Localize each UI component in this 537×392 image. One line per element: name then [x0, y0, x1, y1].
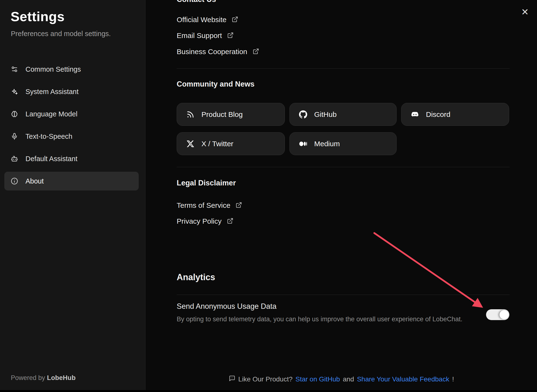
sparkles-icon	[11, 88, 18, 95]
sliders-icon	[11, 65, 18, 73]
medium-button[interactable]: Medium	[289, 132, 397, 155]
usage-data-label: Send Anonymous Usage Data	[177, 302, 276, 311]
close-button[interactable]: ✕	[518, 5, 532, 19]
feedback-icon	[229, 375, 235, 383]
discord-icon	[411, 110, 419, 119]
sidebar-item-label: Default Assistant	[25, 155, 77, 163]
close-icon: ✕	[521, 7, 529, 17]
external-link-icon	[236, 202, 242, 209]
page-subtitle: Preferences and model settings.	[11, 30, 111, 38]
divider	[177, 68, 510, 69]
external-link-icon	[227, 32, 234, 39]
rss-icon	[186, 110, 195, 119]
bot-icon	[11, 155, 18, 163]
github-icon	[299, 110, 307, 119]
mic-icon	[11, 133, 18, 140]
terms-of-service-link[interactable]: Terms of Service	[177, 200, 242, 211]
usage-data-toggle[interactable]	[486, 309, 509, 320]
sidebar-item-text-to-speech[interactable]: Text-to-Speech	[4, 127, 139, 146]
star-on-github-link[interactable]: Star on GitHub	[295, 375, 340, 383]
powered-by-label: Powered by	[11, 374, 45, 381]
privacy-policy-link[interactable]: Privacy Policy	[177, 216, 233, 227]
sidebar-item-language-model[interactable]: Language Model	[4, 105, 139, 123]
feedback-footer: Like Our Product? Star on GitHub and Sha…	[146, 375, 537, 383]
contact-heading: Contact Us	[177, 0, 216, 4]
email-support-link[interactable]: Email Support	[177, 30, 234, 41]
analytics-heading: Analytics	[177, 272, 215, 282]
official-website-link[interactable]: Official Website	[177, 14, 238, 25]
x-icon	[186, 139, 195, 148]
page-title: Settings	[11, 9, 65, 24]
sidebar-item-about[interactable]: About	[4, 172, 139, 190]
x-twitter-button[interactable]: X / Twitter	[177, 132, 285, 155]
medium-icon	[299, 139, 307, 148]
powered-by: Powered byLobeHub	[11, 374, 76, 382]
sidebar-item-label: About	[25, 177, 44, 185]
legal-heading: Legal Disclaimer	[177, 179, 236, 187]
sidebar-item-label: Common Settings	[25, 65, 81, 73]
brain-icon	[11, 110, 18, 118]
footer-text: and	[343, 375, 354, 383]
sidebar-item-default-assistant[interactable]: Default Assistant	[4, 149, 139, 168]
community-heading: Community and News	[177, 80, 255, 89]
info-icon	[11, 177, 18, 185]
settings-nav: Common Settings System Assistant Languag…	[4, 60, 139, 190]
usage-data-description: By opting to send telemetry data, you ca…	[177, 316, 462, 323]
brand-logo: LobeHub	[47, 374, 76, 381]
settings-modal: Settings Preferences and model settings.…	[0, 0, 537, 392]
divider	[177, 295, 510, 295]
product-blog-button[interactable]: Product Blog	[177, 103, 285, 126]
discord-button[interactable]: Discord	[401, 103, 509, 126]
share-feedback-link[interactable]: Share Your Valuable Feedback	[357, 375, 449, 383]
business-cooperation-link[interactable]: Business Cooperation	[177, 46, 259, 57]
sidebar: Settings Preferences and model settings.…	[0, 0, 146, 390]
about-panel: Contact Us Official Website Email Suppor…	[146, 0, 537, 390]
sidebar-item-label: System Assistant	[25, 88, 79, 96]
sidebar-item-common-settings[interactable]: Common Settings	[4, 60, 139, 79]
sidebar-item-label: Language Model	[25, 110, 77, 118]
footer-text: !	[452, 375, 454, 383]
external-link-icon	[232, 16, 238, 24]
sidebar-item-system-assistant[interactable]: System Assistant	[4, 82, 139, 101]
github-button[interactable]: GitHub	[289, 103, 397, 126]
external-link-icon	[227, 218, 233, 225]
toggle-knob	[500, 310, 508, 319]
external-link-icon	[253, 48, 259, 56]
divider	[177, 167, 510, 167]
sidebar-item-label: Text-to-Speech	[25, 133, 72, 140]
footer-text: Like Our Product?	[238, 375, 293, 383]
